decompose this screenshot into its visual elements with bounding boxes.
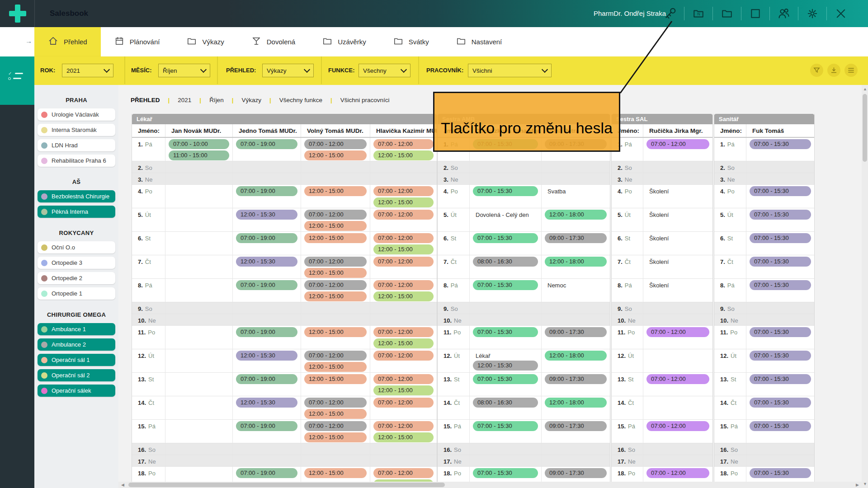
shift-chip[interactable]: 07:00 - 19:00 [236,374,297,384]
sidebar-item-operacni-sal-2[interactable]: Operační sál 2 [38,369,115,381]
shift-chip[interactable]: 07:00 - 12:00 [373,421,434,431]
sidebar-item-operacni-salek[interactable]: Operační sálek [38,385,115,397]
tab-svatky[interactable]: Svátky [380,27,443,56]
shift-chip[interactable]: 07:00 - 15:30 [473,468,538,478]
shift-chip[interactable]: 12:00 - 15:00 [304,362,367,372]
tab-vykazy[interactable]: Výkazy [173,27,237,56]
shift-chip[interactable]: 09:00 - 17:30 [545,374,607,384]
shift-chip[interactable]: 07:00 - 15:30 [750,139,811,149]
shift-chip[interactable]: 07:00 - 12:00 [646,374,709,384]
shift-chip[interactable]: 12:00 - 15:00 [373,291,434,301]
shift-chip[interactable]: 07:00 - 15:30 [750,351,811,361]
shift-chip[interactable]: 07:00 - 12:00 [373,374,434,384]
shift-chip[interactable]: 12:00 - 15:00 [373,338,434,348]
key-icon[interactable] [661,5,679,23]
sidebar-item-operacni-sal-1[interactable]: Operační sál 1 [38,354,115,366]
shift-chip[interactable]: 12:00 - 15:00 [373,385,434,395]
shift-chip[interactable]: 12:00 - 15:00 [373,197,434,207]
scroll-down-arrow-icon[interactable]: ▼ [863,482,867,486]
shift-chip[interactable]: 07:00 - 15:30 [750,468,811,478]
shift-chip[interactable]: 07:00 - 19:00 [236,186,297,196]
shift-chip[interactable]: 12:00 - 15:00 [304,468,367,478]
sidebar-item-ambulance-1[interactable]: Ambulance 1 [38,323,115,335]
sidebar-item-interna-staromak[interactable]: Interna Staromák [38,124,115,136]
shift-chip[interactable]: 07:00 - 12:00 [373,257,434,267]
shift-chip[interactable]: 07:00 - 15:30 [750,233,811,243]
shift-chip[interactable]: 07:00 - 12:00 [646,421,709,431]
shift-chip[interactable]: 07:00 - 12:00 [373,351,434,361]
shift-chip[interactable]: 07:00 - 19:00 [236,468,297,478]
filter-select-mesic[interactable]: Říjen [158,64,210,77]
tab-dovolena[interactable]: Dovolená [238,27,309,56]
shift-chip[interactable]: 07:00 - 15:30 [473,327,538,337]
funnel-button[interactable] [810,64,823,77]
shift-chip[interactable]: 12:00 - 15:00 [373,150,434,160]
shift-chip[interactable]: 11:00 - 15:00 [169,150,229,160]
shift-chip[interactable]: 12:00 - 15:00 [304,233,367,243]
filter-select-pracovnik[interactable]: Všichni [468,64,552,77]
shift-chip[interactable]: 09:00 - 17:30 [545,421,607,431]
shift-chip[interactable]: 07:00 - 15:30 [473,186,538,196]
tab-uzaverky[interactable]: Uzávěrky [309,27,380,56]
shift-chip[interactable]: 07:00 - 15:30 [473,233,538,243]
filter-select-prehled[interactable]: Výkazy [262,64,314,77]
shift-chip[interactable]: 12:00 - 15:00 [304,409,367,419]
settings-icon[interactable] [803,5,821,23]
shift-chip[interactable]: 07:00 - 12:00 [373,139,434,149]
breadcrumb-item-2021[interactable]: 2021 [178,97,191,103]
shift-chip[interactable]: 07:00 - 12:00 [646,327,709,337]
sidebar-item-ortopedie-1[interactable]: Ortopedie 1 [38,287,115,300]
breadcrumb-item-vykazy[interactable]: Výkazy [241,97,261,103]
shift-chip[interactable]: 07:00 - 15:30 [750,210,811,220]
shift-chip[interactable]: 12:00 - 18:00 [545,210,607,220]
shift-chip[interactable]: 07:00 - 12:00 [304,139,367,149]
shift-chip[interactable]: 08:00 - 16:30 [473,257,538,267]
menu-button[interactable] [844,64,858,77]
shift-chip[interactable]: 12:00 - 15:30 [236,257,297,267]
shift-chip[interactable]: 07:00 - 15:30 [750,327,811,337]
shift-chip[interactable]: 07:00 - 12:00 [304,351,367,361]
scroll-right-arrow-icon[interactable]: ▶ [856,483,859,487]
shift-chip[interactable]: 12:00 - 15:00 [304,327,367,337]
filter-select-funkce[interactable]: Všechny [359,64,410,77]
shift-chip[interactable]: 12:00 - 15:30 [236,398,297,408]
shift-chip[interactable]: 12:00 - 15:00 [304,186,367,196]
shift-chip[interactable]: 12:00 - 15:30 [473,361,538,371]
shift-chip[interactable]: 07:00 - 12:00 [373,186,434,196]
shift-chip[interactable]: 12:00 - 18:00 [545,351,607,361]
shift-chip[interactable]: 07:00 - 12:00 [304,421,367,431]
shift-chip[interactable]: 07:00 - 12:00 [646,468,709,478]
checklist-icon[interactable]: ✓ [8,71,23,81]
shift-chip[interactable]: 07:00 - 15:30 [750,398,811,408]
export-button[interactable] [827,64,840,77]
shift-chip[interactable]: 07:00 - 15:30 [473,280,538,290]
sidebar-item-ambulance-2[interactable]: Ambulance 2 [38,338,115,351]
shift-chip[interactable]: 12:00 - 15:00 [373,244,434,254]
scroll-left-arrow-icon[interactable]: ◀ [121,483,124,487]
breadcrumb-item-vsichni-pracovnici[interactable]: Všichni pracovníci [340,97,390,103]
shift-chip[interactable]: 07:00 - 15:30 [750,374,811,384]
shift-chip[interactable]: 07:00 - 12:00 [373,468,434,478]
shift-chip[interactable]: 07:00 - 12:00 [646,139,709,149]
users-icon[interactable] [775,5,793,23]
tab-planovani[interactable]: Plánování [101,27,174,56]
filter-select-rok[interactable]: 2021 [62,64,113,77]
shift-chip[interactable]: 07:00 - 12:00 [304,257,367,267]
sidebar-item-ocni-o-o[interactable]: Oční O.o [38,241,115,253]
shift-chip[interactable]: 12:00 - 15:00 [304,432,367,442]
sidebar-item-urologie-vaclavak[interactable]: Urologie Václavák [38,108,115,121]
shift-chip[interactable]: 07:00 - 15:30 [473,374,538,384]
shift-chip[interactable]: 07:00 - 12:00 [304,280,367,290]
shift-chip[interactable]: 07:00 - 15:30 [473,421,538,431]
breadcrumb-item-vsechny-funkce[interactable]: Všechny funkce [279,97,322,103]
shift-chip[interactable]: 07:00 - 12:00 [373,327,434,337]
shift-chip[interactable]: 12:00 - 15:00 [304,268,367,278]
shift-chip[interactable]: 07:00 - 12:00 [373,210,434,220]
shift-chip[interactable]: 07:00 - 15:30 [750,186,811,196]
shift-chip[interactable]: 08:00 - 16:30 [473,398,538,408]
vertical-scrollbar[interactable]: ▲ ▼ [862,85,868,488]
shift-chip[interactable]: 09:00 - 17:30 [545,468,607,478]
tab-nastaveni[interactable]: Nastavení [443,27,516,56]
collapse-arrow-icon[interactable]: → [25,37,32,45]
scroll-up-arrow-icon[interactable]: ▲ [863,87,867,91]
